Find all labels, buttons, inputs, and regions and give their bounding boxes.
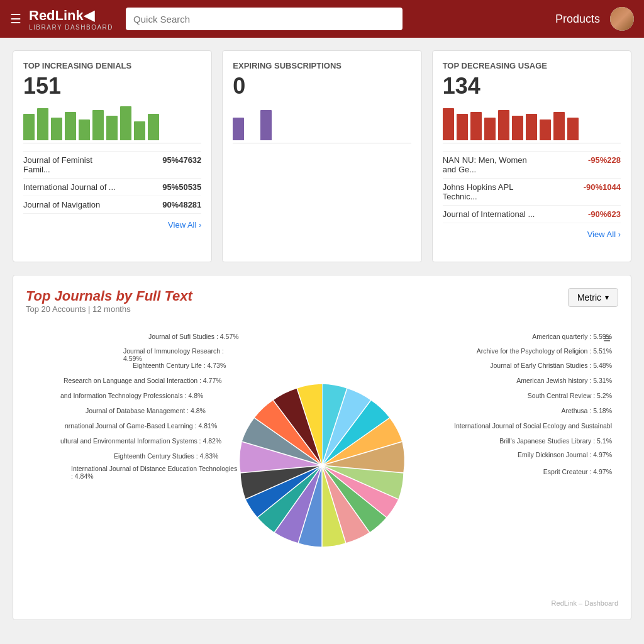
- bar: [134, 121, 145, 140]
- bar: [540, 119, 551, 140]
- bar: [92, 110, 104, 140]
- label: nrnational Journal of Game-Based Learnin…: [65, 422, 217, 430]
- subscriptions-title: EXPIRING SUBSCRIPTIONS: [233, 61, 411, 70]
- label: ultural and Environmental Information Sy…: [60, 437, 221, 445]
- header: ☰ RedLink◀ LIBRARY DASHBOARD Products: [0, 0, 644, 38]
- section-subtitle: Top 20 Accounts | 12 months: [26, 304, 192, 314]
- journal-stat: 95%47632: [162, 155, 201, 165]
- table-row: NAN NU: Men, Women and Ge... -95%228: [443, 152, 621, 179]
- header-right: Products: [555, 7, 634, 31]
- label: Eighteenth Century Life : 4.73%: [133, 362, 226, 369]
- avatar[interactable]: [610, 7, 634, 31]
- journal-name: Journal of Feminist Famil...: [23, 155, 121, 174]
- metric-button[interactable]: Metric: [568, 288, 618, 307]
- journal-stat: -95%228: [588, 155, 621, 165]
- label: and Information Technology Professionals…: [60, 392, 203, 399]
- bar: [553, 112, 565, 140]
- bar: [51, 118, 62, 140]
- journal-stat: 95%50535: [162, 182, 201, 192]
- chart-footer: RedLink – Dashboard: [26, 599, 618, 607]
- denials-number: 151: [23, 73, 201, 99]
- label: American quarterly : 5.59%: [532, 333, 612, 340]
- bar: [120, 106, 131, 140]
- journal-name: International Journal of ...: [23, 182, 121, 192]
- table-row: Journal of Navigation 90%48281: [23, 196, 201, 214]
- logo-text: RedLink◀: [29, 8, 113, 24]
- label: Esprit Createur : 4.97%: [543, 468, 612, 475]
- journal-stat: -90%1044: [584, 182, 621, 192]
- journal-stat: -90%623: [588, 209, 621, 219]
- subscriptions-number: 0: [233, 73, 411, 99]
- bar: [512, 116, 523, 140]
- bar: [526, 114, 537, 140]
- label: Eighteenth Century Studies : 4.83%: [114, 452, 218, 460]
- label: American Jewish history : 5.31%: [516, 377, 612, 384]
- label: Journal of Sufi Studies : 4.57%: [148, 333, 239, 340]
- denials-journal-list: Journal of Feminist Famil... 95%47632 In…: [23, 151, 201, 214]
- bar: [498, 110, 509, 140]
- table-row: International Journal of ... 95%50535: [23, 179, 201, 196]
- bar: [37, 108, 48, 140]
- subscriptions-bar-chart: [233, 106, 411, 143]
- section-title-prefix: Top Journals: [26, 288, 116, 304]
- bar: [79, 119, 90, 140]
- bar: [148, 114, 159, 140]
- label: South Central Review : 5.2%: [528, 392, 612, 399]
- denials-title: TOP INCREASING DENIALS: [23, 61, 201, 70]
- label: Journal of Immunology Research : 4.59%: [123, 347, 240, 362]
- bar: [567, 118, 579, 140]
- bar: [106, 116, 118, 140]
- bar: [23, 114, 35, 140]
- bar: [443, 108, 454, 140]
- main-content: TOP INCREASING DENIALS 151 Journal of Fe…: [0, 38, 644, 633]
- label: International Journal of Distance Educat…: [71, 465, 240, 480]
- top-journals-section: Top Journals by Full Text Top 20 Account…: [13, 275, 631, 620]
- section-title-highlight: by Full Text: [116, 288, 192, 304]
- label: Brill's Japanese Studies Library : 5.1%: [499, 437, 612, 445]
- widgets-row: TOP INCREASING DENIALS 151 Journal of Fe…: [13, 50, 631, 262]
- chart-menu-icon[interactable]: ≡: [603, 331, 611, 346]
- journal-name: Johns Hopkins APL Technic...: [443, 182, 541, 201]
- label: Journal of Database Management : 4.8%: [86, 407, 206, 414]
- label: Emily Dickinson Journal : 4.97%: [518, 451, 612, 458]
- journal-name: Journal of Navigation: [23, 200, 121, 209]
- usage-title: TOP DECREASING USAGE: [443, 61, 621, 70]
- bar: [233, 118, 244, 140]
- denials-widget: TOP INCREASING DENIALS 151 Journal of Fe…: [13, 50, 212, 262]
- journal-name: NAN NU: Men, Women and Ge...: [443, 155, 541, 174]
- view-all-usage[interactable]: View All ›: [443, 230, 621, 239]
- label: Archive for the Psychology of Religion :…: [477, 347, 612, 355]
- label: Arethusa : 5.18%: [561, 407, 612, 414]
- view-all-denials[interactable]: View All ›: [23, 220, 201, 230]
- label: Journal of Early Christian Studies : 5.4…: [490, 362, 612, 369]
- bar: [457, 114, 468, 140]
- denials-bar-chart: [23, 106, 201, 143]
- menu-icon[interactable]: ☰: [10, 11, 21, 26]
- usage-number: 134: [443, 73, 621, 99]
- usage-journal-list: NAN NU: Men, Women and Ge... -95%228 Joh…: [443, 151, 621, 223]
- usage-bar-chart: [443, 106, 621, 143]
- section-title-area: Top Journals by Full Text Top 20 Account…: [26, 288, 192, 324]
- avatar-image: [610, 7, 634, 31]
- pie-chart: [228, 371, 416, 560]
- bar: [484, 118, 496, 140]
- journal-name: Journal of International ...: [443, 209, 541, 219]
- table-row: Johns Hopkins APL Technic... -90%1044: [443, 179, 621, 206]
- products-button[interactable]: Products: [555, 13, 600, 26]
- bar: [260, 110, 272, 140]
- chart-area: ≡: [26, 326, 618, 597]
- search-input[interactable]: [126, 8, 402, 30]
- label: International Journal of Social Ecology …: [454, 422, 612, 430]
- journal-stat: 90%48281: [162, 200, 201, 209]
- bar: [65, 112, 76, 140]
- bar: [470, 112, 482, 140]
- section-header: Top Journals by Full Text Top 20 Account…: [26, 288, 618, 324]
- subscriptions-widget: EXPIRING SUBSCRIPTIONS 0: [222, 50, 421, 262]
- logo-area: RedLink◀ LIBRARY DASHBOARD: [29, 8, 113, 31]
- logo-subtitle: LIBRARY DASHBOARD: [29, 24, 113, 31]
- usage-widget: TOP DECREASING USAGE 134 NAN NU: Men, Wo…: [432, 50, 631, 262]
- table-row: Journal of Feminist Famil... 95%47632: [23, 152, 201, 179]
- label: Research on Language and Social Interact…: [64, 377, 222, 384]
- table-row: Journal of International ... -90%623: [443, 206, 621, 223]
- subscriptions-empty: [233, 151, 411, 252]
